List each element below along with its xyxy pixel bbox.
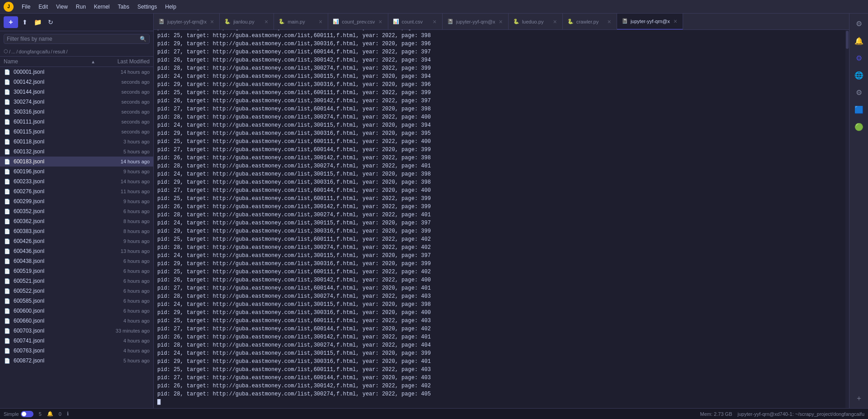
tab-1[interactable]: 🐍jianlou.py× — [220, 14, 274, 30]
tab-close-button[interactable]: × — [432, 19, 437, 25]
scrollbar-thumb[interactable] — [846, 31, 849, 49]
tab-icon: 📓 — [622, 18, 628, 24]
file-item[interactable]: 📄600299.jsonl9 hours ago — [0, 196, 153, 206]
file-item[interactable]: 📄600519.jsonl6 hours ago — [0, 266, 153, 276]
menu-file[interactable]: File — [18, 3, 34, 11]
file-item[interactable]: 📄600660.jsonl4 hours ago — [0, 316, 153, 326]
file-item[interactable]: 📄600196.jsonl9 hours ago — [0, 167, 153, 176]
file-item[interactable]: 📄600118.jsonl3 hours ago — [0, 137, 153, 147]
terminal-line: pid: 25, target: http://guba.eastmoney.c… — [157, 89, 842, 97]
tab-2[interactable]: 🐍main.py× — [274, 14, 328, 30]
upload-button[interactable]: ⬆ — [20, 16, 30, 28]
file-item[interactable]: 📄300274.jsonlseconds ago — [0, 97, 153, 107]
breadcrumb-ellipsis[interactable]: ... — [11, 49, 15, 54]
tab-8[interactable]: 📓jupyter-yyf-qrn@x× — [617, 14, 683, 30]
file-item[interactable]: 📄600872.jsonl5 hours ago — [0, 356, 153, 366]
file-name: 300274.jsonl — [14, 99, 95, 105]
terminal-output[interactable]: pid: 29, target: http://guba.eastmoney.c… — [154, 30, 845, 408]
file-item[interactable]: 📄600600.jsonl6 hours ago — [0, 306, 153, 316]
file-modified: seconds ago — [95, 119, 150, 124]
file-item[interactable]: 📄600741.jsonl4 hours ago — [0, 336, 153, 346]
tab-close-button[interactable]: × — [498, 19, 503, 25]
file-name: 600233.jsonl — [14, 178, 95, 185]
file-name: 600183.jsonl — [14, 158, 95, 165]
file-item[interactable]: 📄600438.jsonl6 hours ago — [0, 256, 153, 266]
file-item[interactable]: 📄600426.jsonl9 hours ago — [0, 236, 153, 246]
menu-edit[interactable]: Edit — [35, 3, 52, 11]
file-item[interactable]: 📄600132.jsonl5 hours ago — [0, 147, 153, 157]
file-icon: 📄 — [4, 208, 11, 215]
terminal-line: pid: 27, target: http://guba.eastmoney.c… — [157, 186, 842, 195]
file-item[interactable]: 📄000001.jsonl14 hours ago — [0, 67, 153, 77]
file-item[interactable]: 📄600183.jsonl14 hours ago — [0, 157, 153, 167]
file-item[interactable]: 📄600703.jsonl33 minutes ago — [0, 326, 153, 336]
activity-globe[interactable]: 🌐 — [852, 68, 866, 82]
toggle-thumb — [22, 412, 26, 416]
file-item[interactable]: 📄600233.jsonl14 hours ago — [0, 176, 153, 186]
file-item[interactable]: 📄600352.jsonl6 hours ago — [0, 206, 153, 216]
tab-label: main.py — [288, 19, 315, 24]
new-file-button[interactable]: + — [4, 16, 18, 28]
toggle-track[interactable] — [21, 411, 33, 417]
tab-close-button[interactable]: × — [209, 19, 215, 25]
search-input[interactable] — [7, 36, 140, 42]
tab-icon: 🐍 — [224, 19, 231, 24]
file-item[interactable]: 📄600276.jsonl11 hours ago — [0, 186, 153, 196]
tab-close-button[interactable]: × — [377, 19, 383, 25]
status-toggle[interactable]: Simple — [4, 411, 33, 417]
file-item[interactable]: 📄600362.jsonl8 hours ago — [0, 216, 153, 226]
file-item[interactable]: 📄600521.jsonl6 hours ago — [0, 276, 153, 286]
tab-close-button[interactable]: × — [552, 19, 557, 25]
file-item[interactable]: 📄600383.jsonl8 hours ago — [0, 226, 153, 236]
file-list-header[interactable]: Name ▲ Last Modified — [0, 57, 153, 67]
file-item[interactable]: 📄600522.jsonl6 hours ago — [0, 286, 153, 296]
tab-close-button[interactable]: × — [318, 19, 323, 25]
file-name: 600111.jsonl — [14, 119, 95, 125]
file-item[interactable]: 📄300316.jsonlseconds ago — [0, 107, 153, 117]
breadcrumb-result[interactable]: result — [53, 49, 65, 54]
menu-kernel[interactable]: Kernel — [90, 3, 113, 11]
main-layout: + ⬆ 📁 ↻ 🔍 ⬡ / ... / dongfangcaifu / res — [0, 14, 868, 408]
menu-tabs[interactable]: Tabs — [114, 3, 133, 11]
status-right: Mem: 2.73 GB jupyter-yyf-qrn@xd740-1: ~/… — [700, 411, 864, 417]
terminal-scrollbar[interactable] — [845, 30, 849, 408]
tab-5[interactable]: 📓jupyter-yyf-qrn@x× — [443, 14, 509, 30]
file-item[interactable]: 📄000142.jsonlseconds ago — [0, 77, 153, 87]
file-item[interactable]: 📄600763.jsonl4 hours ago — [0, 346, 153, 356]
file-icon: 📄 — [4, 98, 11, 105]
tab-close-button[interactable]: × — [673, 18, 678, 24]
terminal-line: pid: 29, target: http://guba.eastmoney.c… — [157, 129, 842, 138]
menu-run[interactable]: Run — [72, 3, 90, 11]
file-modified: 9 hours ago — [95, 169, 150, 174]
breadcrumb-home[interactable]: ⬡ — [4, 48, 8, 54]
refresh-button[interactable]: ↻ — [46, 16, 56, 28]
tab-4[interactable]: 📊count.csv× — [388, 14, 443, 30]
activity-green[interactable]: 🟢 — [852, 119, 866, 134]
file-item[interactable]: 📄600436.jsonl13 hours ago — [0, 246, 153, 256]
tab-7[interactable]: 🐍crawler.py× — [563, 14, 617, 30]
menu-help[interactable]: Help — [161, 3, 180, 11]
tab-close-button[interactable]: × — [606, 19, 612, 25]
file-name: 600741.jsonl — [14, 338, 95, 344]
file-modified: 6 hours ago — [95, 258, 150, 264]
tab-close-button[interactable]: × — [264, 19, 269, 25]
activity-gear3[interactable]: ⚙ — [852, 85, 866, 100]
file-item[interactable]: 📄600585.jsonl6 hours ago — [0, 296, 153, 306]
activity-wave[interactable]: 🟦 — [852, 102, 866, 117]
menu-settings[interactable]: Settings — [134, 3, 160, 11]
activity-settings-top[interactable]: ⚙ — [852, 16, 866, 31]
file-item[interactable]: 📄600111.jsonlseconds ago — [0, 117, 153, 127]
activity-add[interactable]: ＋ — [852, 391, 866, 405]
folder-button[interactable]: 📁 — [32, 16, 44, 28]
file-item[interactable]: 📄300144.jsonlseconds ago — [0, 87, 153, 97]
activity-gear2[interactable]: ⚙ — [852, 51, 866, 65]
tab-6[interactable]: 🐍lueduo.py× — [509, 14, 563, 30]
file-item[interactable]: 📄600115.jsonlseconds ago — [0, 127, 153, 137]
file-name: 600118.jsonl — [14, 138, 95, 145]
terminal-line: pid: 27, target: http://guba.eastmoney.c… — [157, 48, 842, 56]
menu-view[interactable]: View — [52, 3, 71, 11]
breadcrumb-dongfangcaifu[interactable]: dongfangcaifu — [19, 49, 50, 54]
activity-bell[interactable]: 🔔 — [852, 33, 866, 48]
tab-3[interactable]: 📊count_prev.csv× — [328, 14, 388, 30]
tab-0[interactable]: 📓jupyter-yyf-qrn@x× — [154, 14, 220, 30]
